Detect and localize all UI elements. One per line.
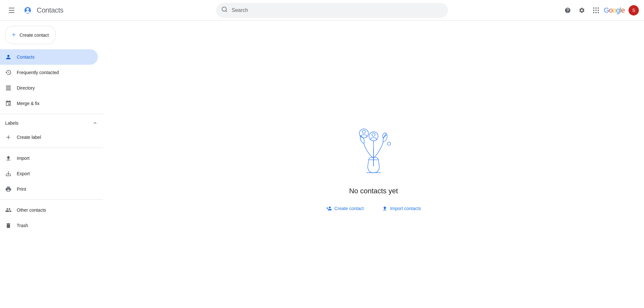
header: Contacts [0,0,644,21]
contacts-label: Contacts [17,54,34,60]
empty-illustration [341,115,406,179]
create-contact-link[interactable]: Create contact [322,203,368,214]
main-layout: + Create contact Contacts Frequently con… [0,21,644,308]
sidebar-item-print[interactable]: Print [0,181,98,197]
empty-actions: Create contact Import contacts [322,203,425,214]
directory-label: Directory [17,85,35,91]
other-contacts-label: Other contacts [17,207,46,213]
search-input[interactable] [232,7,443,13]
google-logo: Google [604,6,625,14]
sidebar-item-frequently-contacted[interactable]: Frequently contacted [0,65,98,80]
import-icon [5,155,12,161]
sidebar-item-import[interactable]: Import [0,150,98,166]
import-contacts-link-label: Import contacts [390,206,421,211]
search-bar[interactable] [216,3,448,18]
main-content: No contacts yet Create contact Import co… [103,21,644,308]
create-label-label: Create label [17,135,41,140]
import-label: Import [17,156,30,161]
divider-1 [0,114,103,114]
apps-button[interactable] [590,4,602,17]
create-contact-label: Create contact [20,33,49,38]
sidebar: + Create contact Contacts Frequently con… [0,21,103,308]
svg-point-8 [387,142,391,145]
trash-icon [5,222,12,229]
merge-icon [5,100,12,107]
print-label: Print [17,187,26,192]
frequently-contacted-label: Frequently contacted [17,70,59,75]
settings-button[interactable] [575,4,588,17]
labels-title: Labels [5,120,18,126]
export-icon [5,170,12,177]
header-left: Contacts [5,4,108,17]
person-add-icon [326,206,332,211]
sidebar-item-merge-fix[interactable]: Merge & fix [0,96,98,111]
svg-point-5 [362,130,365,133]
app-logo: Contacts [21,4,63,17]
search-icon [221,6,228,14]
import-icon-link [382,206,388,211]
merge-fix-label: Merge & fix [17,101,40,106]
sidebar-item-contacts[interactable]: Contacts [0,49,98,65]
contacts-logo-icon [21,4,34,17]
export-label: Export [17,171,30,176]
sidebar-item-directory[interactable]: Directory [0,80,98,96]
grid-icon [593,7,599,13]
plus-icon: + [12,31,16,39]
hamburger-icon [9,8,14,8]
clock-icon [5,69,12,76]
print-icon [5,186,12,192]
app-name: Contacts [37,6,63,14]
search-container [216,3,448,18]
sidebar-item-other-contacts[interactable]: Other contacts [0,202,98,218]
other-contacts-icon [5,207,12,213]
labels-section-header[interactable]: Labels [0,117,103,130]
contacts-icon [5,54,12,60]
svg-point-7 [372,133,375,136]
sidebar-item-export[interactable]: Export [0,166,98,181]
header-right: Google S [561,4,639,17]
sidebar-item-trash[interactable]: Trash [0,218,98,233]
trash-label: Trash [17,223,28,228]
import-contacts-link[interactable]: Import contacts [378,203,425,214]
create-contact-button[interactable]: + Create contact [5,26,56,44]
hamburger-button[interactable] [5,4,18,17]
avatar[interactable]: S [629,5,639,15]
create-contact-link-label: Create contact [335,206,364,211]
chevron-up-icon [92,120,98,126]
divider-2 [0,148,103,148]
help-button[interactable] [561,4,574,17]
plus-label-icon [5,134,12,140]
create-label-item[interactable]: Create label [0,130,98,145]
divider-3 [0,199,103,200]
directory-icon [5,85,12,91]
empty-title: No contacts yet [349,187,398,195]
